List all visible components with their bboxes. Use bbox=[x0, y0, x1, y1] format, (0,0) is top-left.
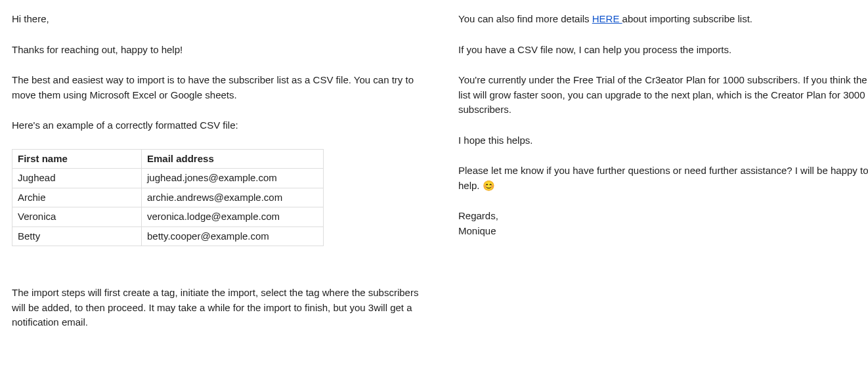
signature-name: Monique bbox=[458, 225, 496, 236]
header-email-address: Email address bbox=[142, 149, 324, 169]
column-right: You can also find more details HERE abou… bbox=[458, 12, 868, 346]
cell-first-name: Betty bbox=[12, 226, 142, 246]
hope-line: I hope this helps. bbox=[458, 133, 868, 148]
details-pre: You can also find more details bbox=[458, 13, 592, 24]
cell-email: veronica.lodge@example.com bbox=[142, 207, 324, 227]
cell-email: betty.cooper@example.com bbox=[142, 226, 324, 246]
table-row: Veronica veronica.lodge@example.com bbox=[12, 207, 324, 227]
closing-line: Please let me know if you have further q… bbox=[458, 163, 868, 193]
thanks-line: Thanks for reaching out, happy to help! bbox=[12, 43, 432, 58]
table-row: Betty betty.cooper@example.com bbox=[12, 226, 324, 246]
header-first-name: First name bbox=[12, 149, 142, 169]
cell-first-name: Veronica bbox=[12, 207, 142, 227]
column-left: Hi there, Thanks for reaching out, happy… bbox=[12, 12, 432, 346]
details-post: about importing subscribe list. bbox=[622, 13, 752, 24]
table-header-row: First name Email address bbox=[12, 149, 324, 169]
cell-email: jughead.jones@example.com bbox=[142, 169, 324, 188]
table-row: Jughead jughead.jones@example.com bbox=[12, 169, 324, 188]
example-intro: Here's an example of a correctly formatt… bbox=[12, 118, 432, 133]
closing-text: Please let me know if you have further q… bbox=[458, 165, 868, 191]
cell-first-name: Archie bbox=[12, 188, 142, 207]
email-body: Hi there, Thanks for reaching out, happy… bbox=[12, 12, 856, 346]
csv-example-table: First name Email address Jughead jughead… bbox=[12, 149, 324, 247]
best-way-paragraph: The best and easiest way to import is to… bbox=[12, 73, 432, 102]
greeting: Hi there, bbox=[12, 12, 432, 27]
import-steps-paragraph: The import steps will first create a tag… bbox=[12, 286, 432, 330]
cell-email: archie.andrews@example.com bbox=[142, 188, 324, 207]
more-details-line: You can also find more details HERE abou… bbox=[458, 12, 868, 27]
table-row: Archie archie.andrews@example.com bbox=[12, 188, 324, 207]
here-link[interactable]: HERE bbox=[592, 13, 622, 24]
plan-info-paragraph: You're currently under the Free Trial of… bbox=[458, 73, 868, 118]
csv-help-line: If you have a CSV file now, I can help y… bbox=[458, 43, 868, 58]
smile-icon: 😊 bbox=[483, 180, 495, 191]
cell-first-name: Jughead bbox=[12, 169, 142, 188]
regards: Regards, bbox=[458, 210, 498, 221]
signature-block: Regards, Monique bbox=[458, 209, 868, 238]
